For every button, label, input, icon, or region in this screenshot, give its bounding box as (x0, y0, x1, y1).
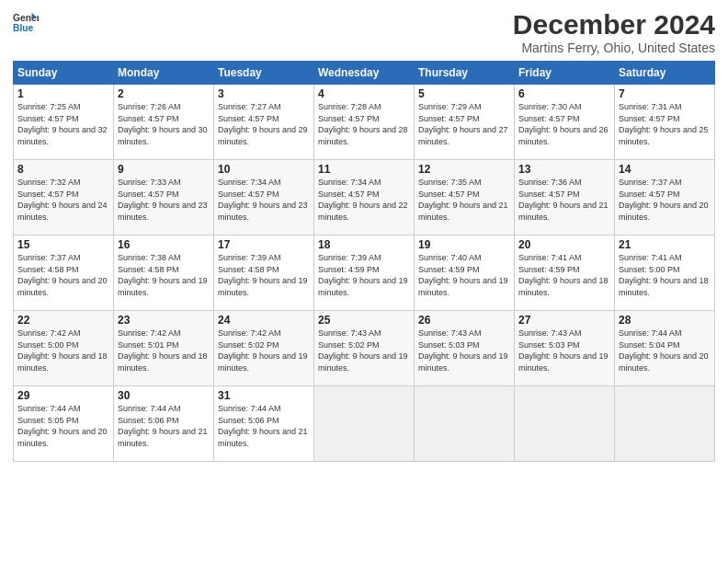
day-number: 26 (418, 314, 510, 327)
day-number: 17 (218, 238, 310, 251)
day-info: Sunrise: 7:25 AM Sunset: 4:57 PM Dayligh… (17, 101, 109, 147)
calendar-cell: 21 Sunrise: 7:41 AM Sunset: 5:00 PM Dayl… (615, 236, 715, 311)
day-number: 1 (17, 87, 109, 100)
day-number: 31 (218, 389, 310, 402)
day-info: Sunrise: 7:44 AM Sunset: 5:06 PM Dayligh… (118, 403, 210, 449)
header-cell-tuesday: Tuesday (214, 62, 314, 85)
title-block: December 2024 Martins Ferry, Ohio, Unite… (513, 9, 715, 55)
calendar-cell: 12 Sunrise: 7:35 AM Sunset: 4:57 PM Dayl… (415, 160, 515, 236)
day-number: 25 (318, 314, 410, 327)
day-number: 7 (619, 87, 711, 100)
calendar-cell: 31 Sunrise: 7:44 AM Sunset: 5:06 PM Dayl… (214, 386, 314, 462)
svg-text:General: General (13, 13, 39, 23)
calendar-cell: 14 Sunrise: 7:37 AM Sunset: 4:57 PM Dayl… (615, 160, 715, 236)
header-cell-wednesday: Wednesday (314, 62, 415, 85)
calendar-cell: 15 Sunrise: 7:37 AM Sunset: 4:58 PM Dayl… (14, 236, 114, 311)
calendar-cell: 6 Sunrise: 7:30 AM Sunset: 4:57 PM Dayli… (515, 85, 615, 160)
day-info: Sunrise: 7:33 AM Sunset: 4:57 PM Dayligh… (118, 177, 210, 223)
day-info: Sunrise: 7:41 AM Sunset: 5:00 PM Dayligh… (619, 252, 711, 298)
day-info: Sunrise: 7:37 AM Sunset: 4:58 PM Dayligh… (17, 252, 109, 298)
day-number: 4 (318, 87, 410, 100)
header-cell-sunday: Sunday (14, 62, 114, 85)
calendar-cell: 13 Sunrise: 7:36 AM Sunset: 4:57 PM Dayl… (515, 160, 615, 236)
calendar-cell: 3 Sunrise: 7:27 AM Sunset: 4:57 PM Dayli… (214, 85, 314, 160)
day-info: Sunrise: 7:43 AM Sunset: 5:02 PM Dayligh… (318, 327, 410, 373)
calendar-cell: 24 Sunrise: 7:42 AM Sunset: 5:02 PM Dayl… (214, 311, 314, 386)
day-info: Sunrise: 7:32 AM Sunset: 4:57 PM Dayligh… (17, 177, 109, 223)
day-info: Sunrise: 7:36 AM Sunset: 4:57 PM Dayligh… (518, 177, 610, 223)
day-number: 5 (418, 87, 510, 100)
day-info: Sunrise: 7:29 AM Sunset: 4:57 PM Dayligh… (418, 101, 510, 147)
day-number: 13 (518, 163, 610, 176)
header: General Blue December 2024 Martins Ferry… (13, 9, 715, 55)
calendar-cell: 23 Sunrise: 7:42 AM Sunset: 5:01 PM Dayl… (114, 311, 214, 386)
calendar-cell (415, 386, 515, 462)
calendar-cell: 20 Sunrise: 7:41 AM Sunset: 4:59 PM Dayl… (515, 236, 615, 311)
day-number: 27 (518, 314, 610, 327)
day-number: 3 (218, 87, 310, 100)
day-number: 10 (218, 163, 310, 176)
day-info: Sunrise: 7:35 AM Sunset: 4:57 PM Dayligh… (418, 177, 510, 223)
calendar-cell: 19 Sunrise: 7:40 AM Sunset: 4:59 PM Dayl… (415, 236, 515, 311)
calendar-week-3: 15 Sunrise: 7:37 AM Sunset: 4:58 PM Dayl… (14, 236, 715, 311)
day-info: Sunrise: 7:39 AM Sunset: 4:59 PM Dayligh… (318, 252, 410, 298)
day-number: 22 (17, 314, 109, 327)
day-number: 9 (118, 163, 210, 176)
day-number: 18 (318, 238, 410, 251)
day-info: Sunrise: 7:39 AM Sunset: 4:58 PM Dayligh… (218, 252, 310, 298)
calendar-cell: 10 Sunrise: 7:34 AM Sunset: 4:57 PM Dayl… (214, 160, 314, 236)
logo: General Blue (13, 9, 39, 35)
day-info: Sunrise: 7:43 AM Sunset: 5:03 PM Dayligh… (518, 327, 610, 373)
day-info: Sunrise: 7:26 AM Sunset: 4:57 PM Dayligh… (118, 101, 210, 147)
calendar-week-2: 8 Sunrise: 7:32 AM Sunset: 4:57 PM Dayli… (14, 160, 715, 236)
day-number: 15 (17, 238, 109, 251)
logo-icon: General Blue (13, 9, 39, 35)
month-title: December 2024 (513, 9, 715, 40)
calendar-cell: 22 Sunrise: 7:42 AM Sunset: 5:00 PM Dayl… (14, 311, 114, 386)
calendar-cell: 11 Sunrise: 7:34 AM Sunset: 4:57 PM Dayl… (314, 160, 415, 236)
day-info: Sunrise: 7:42 AM Sunset: 5:02 PM Dayligh… (218, 327, 310, 373)
day-info: Sunrise: 7:43 AM Sunset: 5:03 PM Dayligh… (418, 327, 510, 373)
day-number: 8 (17, 163, 109, 176)
location-title: Martins Ferry, Ohio, United States (513, 40, 715, 55)
calendar-cell: 8 Sunrise: 7:32 AM Sunset: 4:57 PM Dayli… (14, 160, 114, 236)
day-number: 29 (17, 389, 109, 402)
day-number: 6 (518, 87, 610, 100)
day-info: Sunrise: 7:40 AM Sunset: 4:59 PM Dayligh… (418, 252, 510, 298)
header-cell-thursday: Thursday (415, 62, 515, 85)
calendar-page: General Blue December 2024 Martins Ferry… (0, 0, 728, 563)
calendar-cell: 4 Sunrise: 7:28 AM Sunset: 4:57 PM Dayli… (314, 85, 415, 160)
day-number: 21 (619, 238, 711, 251)
calendar-cell (515, 386, 615, 462)
header-cell-monday: Monday (114, 62, 214, 85)
day-info: Sunrise: 7:34 AM Sunset: 4:57 PM Dayligh… (318, 177, 410, 223)
calendar-week-5: 29 Sunrise: 7:44 AM Sunset: 5:05 PM Dayl… (14, 386, 715, 462)
day-number: 23 (118, 314, 210, 327)
day-number: 19 (418, 238, 510, 251)
day-info: Sunrise: 7:42 AM Sunset: 5:00 PM Dayligh… (17, 327, 109, 373)
day-info: Sunrise: 7:38 AM Sunset: 4:58 PM Dayligh… (118, 252, 210, 298)
day-info: Sunrise: 7:44 AM Sunset: 5:06 PM Dayligh… (218, 403, 310, 449)
day-number: 20 (518, 238, 610, 251)
calendar-week-1: 1 Sunrise: 7:25 AM Sunset: 4:57 PM Dayli… (14, 85, 715, 160)
calendar-cell: 29 Sunrise: 7:44 AM Sunset: 5:05 PM Dayl… (14, 386, 114, 462)
day-number: 28 (619, 314, 711, 327)
calendar-cell: 16 Sunrise: 7:38 AM Sunset: 4:58 PM Dayl… (114, 236, 214, 311)
header-row: SundayMondayTuesdayWednesdayThursdayFrid… (14, 62, 715, 85)
day-number: 12 (418, 163, 510, 176)
day-number: 11 (318, 163, 410, 176)
calendar-week-4: 22 Sunrise: 7:42 AM Sunset: 5:00 PM Dayl… (14, 311, 715, 386)
calendar-cell: 7 Sunrise: 7:31 AM Sunset: 4:57 PM Dayli… (615, 85, 715, 160)
calendar-cell: 28 Sunrise: 7:44 AM Sunset: 5:04 PM Dayl… (615, 311, 715, 386)
calendar-cell: 26 Sunrise: 7:43 AM Sunset: 5:03 PM Dayl… (415, 311, 515, 386)
calendar-cell: 18 Sunrise: 7:39 AM Sunset: 4:59 PM Dayl… (314, 236, 415, 311)
day-info: Sunrise: 7:34 AM Sunset: 4:57 PM Dayligh… (218, 177, 310, 223)
day-info: Sunrise: 7:30 AM Sunset: 4:57 PM Dayligh… (518, 101, 610, 147)
header-cell-saturday: Saturday (615, 62, 715, 85)
calendar-cell: 27 Sunrise: 7:43 AM Sunset: 5:03 PM Dayl… (515, 311, 615, 386)
day-number: 2 (118, 87, 210, 100)
calendar-cell: 5 Sunrise: 7:29 AM Sunset: 4:57 PM Dayli… (415, 85, 515, 160)
calendar-cell: 1 Sunrise: 7:25 AM Sunset: 4:57 PM Dayli… (14, 85, 114, 160)
header-cell-friday: Friday (515, 62, 615, 85)
day-info: Sunrise: 7:41 AM Sunset: 4:59 PM Dayligh… (518, 252, 610, 298)
